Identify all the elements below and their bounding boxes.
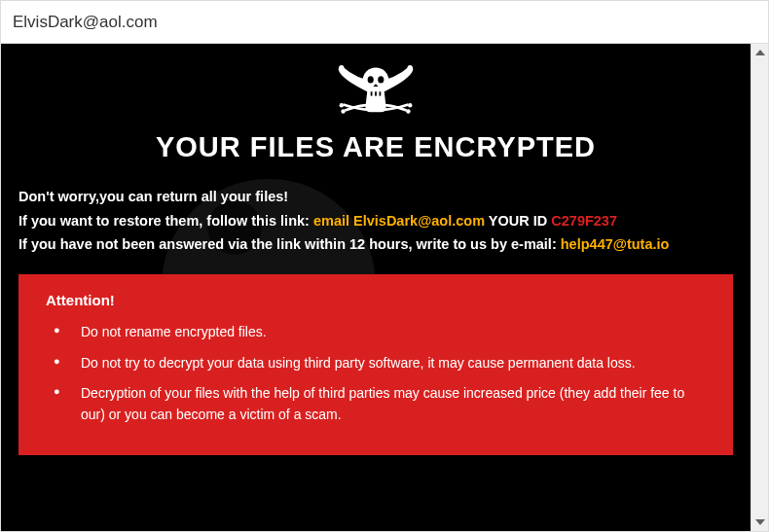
vertical-scrollbar[interactable] — [751, 44, 768, 531]
list-item: Decryption of your files with the help o… — [81, 383, 706, 425]
svg-point-15 — [408, 103, 412, 107]
instruction-line-2: If you want to restore them, follow this… — [18, 209, 733, 233]
window-title: ElvisDark@aol.com — [13, 13, 158, 32]
ransom-heading: YOUR FILES ARE ENCRYPTED — [18, 131, 733, 163]
instruction-line-1: Don't worry,you can return all your file… — [18, 185, 733, 209]
svg-point-8 — [378, 76, 384, 83]
svg-rect-9 — [371, 91, 373, 95]
attention-panel: Attention! Do not rename encrypted files… — [18, 274, 733, 455]
svg-point-17 — [406, 109, 410, 113]
ransom-instructions: Don't worry,you can return all your file… — [18, 185, 733, 257]
svg-point-16 — [341, 109, 345, 113]
svg-point-5 — [363, 68, 388, 92]
list-item: Do not try to decrypt your data using th… — [81, 353, 706, 374]
svg-point-12 — [339, 65, 344, 70]
svg-point-7 — [368, 76, 374, 83]
list-item: Do not rename encrypted files. — [81, 322, 706, 343]
text-segment: If you have not been answered via the li… — [18, 236, 561, 252]
contact-email-primary: email ElvisDark@aol.com — [313, 213, 485, 229]
scroll-up-icon[interactable] — [751, 44, 769, 61]
attention-list: Do not rename encrypted files. Do not tr… — [46, 322, 706, 426]
text-segment: If you want to restore them, follow this… — [18, 213, 313, 229]
contact-email-secondary: help447@tuta.io — [561, 236, 670, 252]
victim-id: C279F237 — [551, 213, 617, 229]
content-wrapper: risk — [1, 44, 768, 531]
svg-rect-11 — [380, 91, 382, 95]
ransom-note-body: risk — [1, 44, 751, 531]
svg-point-13 — [408, 65, 413, 70]
instruction-line-3: If you have not been answered via the li… — [18, 232, 733, 257]
window-titlebar: ElvisDark@aol.com — [1, 1, 768, 44]
svg-rect-10 — [375, 91, 377, 95]
pirate-skull-icon — [18, 57, 733, 125]
attention-heading: Attention! — [46, 292, 706, 308]
scroll-down-icon[interactable] — [751, 514, 769, 531]
text-segment: YOUR ID — [485, 213, 551, 229]
svg-point-14 — [340, 103, 344, 107]
